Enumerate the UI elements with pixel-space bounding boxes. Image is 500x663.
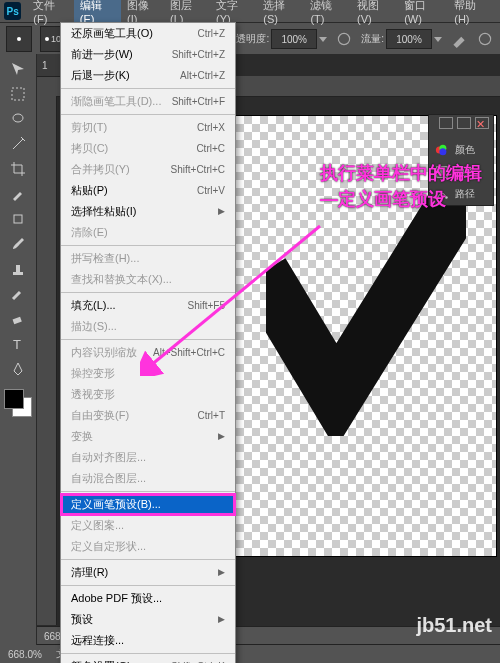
- svg-rect-7: [16, 265, 20, 272]
- svg-text:T: T: [13, 337, 21, 352]
- menu-step-forward[interactable]: 前进一步(W)Shift+Ctrl+Z: [61, 44, 235, 65]
- menu-stroke: 描边(S)...: [61, 316, 235, 337]
- panel-minimize-icon[interactable]: [439, 117, 453, 129]
- pressure-size-icon[interactable]: [476, 30, 494, 48]
- app-logo: Ps: [4, 2, 21, 20]
- menu-content-aware-scale: 内容识别缩放Alt+Shift+Ctrl+C: [61, 342, 235, 363]
- menu-view[interactable]: 视图(V): [351, 0, 398, 28]
- wand-tool[interactable]: [5, 133, 31, 155]
- menu-spell-check: 拼写检查(H)...: [61, 248, 235, 269]
- panel-tab-color[interactable]: 颜色: [429, 139, 493, 161]
- flow-input[interactable]: [386, 29, 432, 49]
- menu-window[interactable]: 窗口(W): [398, 0, 448, 28]
- menu-purge[interactable]: 清理(R)▶: [61, 562, 235, 583]
- blend-mode-select[interactable]: 不透明度:: [226, 29, 327, 49]
- panel-close-icon[interactable]: ✕: [475, 117, 489, 129]
- menu-define-shape: 定义自定形状...: [61, 536, 235, 557]
- edit-menu-dropdown: 还原画笔工具(O)Ctrl+Z 前进一步(W)Shift+Ctrl+Z 后退一步…: [60, 22, 236, 663]
- menu-paste-special[interactable]: 选择性粘贴(I)▶: [61, 201, 235, 222]
- svg-point-1: [339, 33, 350, 44]
- menu-auto-blend: 自动混合图层...: [61, 468, 235, 489]
- svg-point-12: [439, 148, 446, 155]
- brush-tool[interactable]: [5, 233, 31, 255]
- svg-point-2: [479, 33, 490, 44]
- stamp-tool[interactable]: [5, 258, 31, 280]
- menu-copy: 拷贝(C)Ctrl+C: [61, 138, 235, 159]
- eraser-tool[interactable]: [5, 308, 31, 330]
- menu-copy-merged: 合并拷贝(Y)Shift+Ctrl+C: [61, 159, 235, 180]
- toolbox: T: [0, 54, 37, 645]
- menu-presets[interactable]: 预设▶: [61, 609, 235, 630]
- menu-remote-connections[interactable]: 远程连接...: [61, 630, 235, 651]
- annotation-text: 执行菜单栏中的编辑 —定义画笔预设: [320, 160, 482, 212]
- ruler-vertical[interactable]: [36, 96, 57, 625]
- menu-pdf-presets[interactable]: Adobe PDF 预设...: [61, 588, 235, 609]
- move-tool[interactable]: [5, 58, 31, 80]
- menu-find-replace: 查找和替换文本(X)...: [61, 269, 235, 290]
- chevron-down-icon[interactable]: [319, 37, 327, 42]
- menu-puppet-warp: 操控变形: [61, 363, 235, 384]
- color-swatches[interactable]: [4, 389, 32, 417]
- ruler-corner: [36, 76, 57, 97]
- opacity-input[interactable]: [271, 29, 317, 49]
- zoom-readout[interactable]: 668.0%: [8, 649, 42, 660]
- menu-cut: 剪切(T)Ctrl+X: [61, 117, 235, 138]
- checkmark-artwork: [266, 176, 466, 436]
- lasso-tool[interactable]: [5, 108, 31, 130]
- menu-auto-align: 自动对齐图层...: [61, 447, 235, 468]
- menu-color-settings[interactable]: 颜色设置(G)...Shift+Ctrl+K: [61, 656, 235, 663]
- marquee-tool[interactable]: [5, 83, 31, 105]
- menu-define-brush-preset[interactable]: 定义画笔预设(B)...: [61, 494, 235, 515]
- history-brush-tool[interactable]: [5, 283, 31, 305]
- pen-tool[interactable]: [5, 358, 31, 380]
- menu-fill[interactable]: 填充(L)...Shift+F5: [61, 295, 235, 316]
- watermark: jb51.net: [416, 614, 492, 637]
- menu-paste[interactable]: 粘贴(P)Ctrl+V: [61, 180, 235, 201]
- svg-rect-8: [13, 317, 22, 324]
- menu-undo[interactable]: 还原画笔工具(O)Ctrl+Z: [61, 23, 235, 44]
- svg-rect-5: [14, 215, 22, 223]
- flow-label: 流量:: [361, 32, 384, 46]
- menubar: Ps 文件(F) 编辑(E) 图像(I) 图层(L) 文字(Y) 选择(S) 滤…: [0, 0, 500, 23]
- type-tool[interactable]: T: [5, 333, 31, 355]
- chevron-down-icon[interactable]: [434, 37, 442, 42]
- heal-tool[interactable]: [5, 208, 31, 230]
- menu-help[interactable]: 帮助(H): [448, 0, 496, 28]
- eyedropper-tool[interactable]: [5, 183, 31, 205]
- menu-clear: 清除(E): [61, 222, 235, 243]
- airbrush-icon[interactable]: [450, 30, 468, 48]
- menu-step-backward[interactable]: 后退一步(K)Alt+Ctrl+Z: [61, 65, 235, 86]
- menu-transform: 变换▶: [61, 426, 235, 447]
- tool-preset-picker[interactable]: [6, 26, 32, 52]
- pressure-opacity-icon[interactable]: [335, 30, 353, 48]
- menu-define-pattern: 定义图案...: [61, 515, 235, 536]
- menu-fade: 渐隐画笔工具(D)...Shift+Ctrl+F: [61, 91, 235, 112]
- svg-point-4: [13, 114, 23, 122]
- svg-rect-6: [13, 272, 23, 275]
- menu-filter[interactable]: 滤镜(T): [304, 0, 351, 28]
- foreground-color-swatch[interactable]: [4, 389, 24, 409]
- menu-select[interactable]: 选择(S): [257, 0, 304, 28]
- menu-perspective-warp: 透视变形: [61, 384, 235, 405]
- crop-tool[interactable]: [5, 158, 31, 180]
- menu-free-transform: 自由变换(F)Ctrl+T: [61, 405, 235, 426]
- panel-restore-icon[interactable]: [457, 117, 471, 129]
- svg-rect-3: [12, 88, 24, 100]
